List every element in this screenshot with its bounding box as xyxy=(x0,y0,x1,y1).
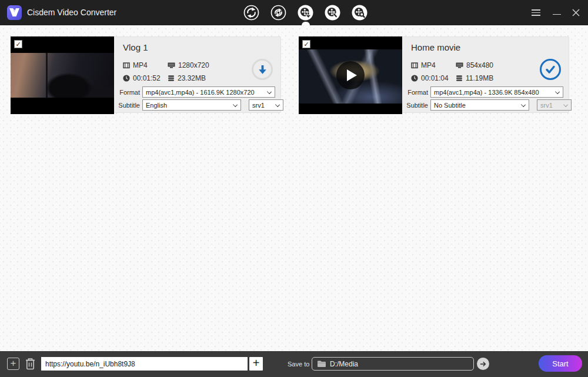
subtitle-select[interactable]: No Subtitle xyxy=(430,99,529,111)
clock-icon xyxy=(123,75,130,82)
app-window: Cisdem Video Converter xyxy=(0,0,588,377)
video-title: Home movie xyxy=(411,42,460,52)
bottombar: + + Save to D:/Media Start xyxy=(0,351,588,377)
task-list-area: ✓ Vlog 1 MP4 1280x720 00:01:52 xyxy=(0,25,588,351)
format-label: Format xyxy=(402,89,428,96)
menu-icon[interactable] xyxy=(530,7,542,18)
subtitle-label: Subtitle xyxy=(114,102,140,109)
minimize-icon[interactable] xyxy=(553,14,561,15)
monitor-icon xyxy=(168,62,175,69)
resolution-meta: 854x480 xyxy=(456,61,493,69)
video-meta: MP4 1280x720 00:01:52 23.32MB xyxy=(123,61,209,82)
download-arrow-icon xyxy=(258,65,267,75)
select-checkbox[interactable]: ✓ xyxy=(14,40,22,48)
save-path-value: D:/Media xyxy=(330,360,358,368)
resolution-meta: 1280x720 xyxy=(168,61,209,69)
storage-icon xyxy=(168,75,175,82)
done-status-icon xyxy=(540,59,561,80)
container-meta: MP4 xyxy=(123,61,168,69)
subtitle-row: Subtitle No Subtitle srv1 xyxy=(402,99,563,111)
select-checkbox[interactable]: ✓ xyxy=(302,40,310,48)
arrow-right-icon xyxy=(480,361,486,367)
video-info: Home movie MP4 854x480 00:01:04 xyxy=(402,37,569,112)
mode-toolbar xyxy=(243,5,368,21)
video-card-home-movie: ✓ Home movie MP4 854x480 00:01:04 xyxy=(299,36,569,113)
toolkit-icon[interactable] xyxy=(352,5,368,21)
url-input[interactable] xyxy=(41,357,248,371)
video-meta: MP4 854x480 00:01:04 11.19MB xyxy=(411,61,493,82)
chevron-down-icon xyxy=(563,102,568,107)
folder-icon xyxy=(317,360,326,368)
duration-meta: 00:01:52 xyxy=(123,74,168,82)
duration-meta: 00:01:04 xyxy=(411,74,456,82)
format-row: Format mp4(avc1,mp4a) - 1336.9K 854x480 xyxy=(402,86,563,98)
filesize-meta: 23.32MB xyxy=(168,74,209,82)
video-title: Vlog 1 xyxy=(123,42,148,52)
monitor-icon xyxy=(456,62,463,69)
check-icon xyxy=(545,65,556,74)
download-status-icon[interactable] xyxy=(252,59,273,80)
format-select[interactable]: mp4(avc1,mp4a) - 1616.9K 1280x720 xyxy=(142,86,275,98)
chevron-down-icon xyxy=(267,89,272,94)
chevron-down-icon xyxy=(233,102,238,107)
format-row: Format mp4(avc1,mp4a) - 1616.9K 1280x720 xyxy=(114,86,275,98)
rip-icon[interactable] xyxy=(270,5,286,21)
convert-icon[interactable] xyxy=(243,5,259,21)
filesize-meta: 11.19MB xyxy=(456,74,493,82)
storage-icon xyxy=(456,75,463,82)
chevron-down-icon xyxy=(555,89,560,94)
film-icon xyxy=(123,62,130,69)
subtitle-server-select[interactable]: srv1 xyxy=(249,99,283,111)
window-controls xyxy=(530,0,580,25)
download-icon[interactable] xyxy=(298,5,313,21)
container-meta: MP4 xyxy=(411,61,456,69)
chevron-down-icon xyxy=(521,102,526,107)
delete-button[interactable] xyxy=(24,357,36,373)
start-button[interactable]: Start xyxy=(539,355,582,372)
play-icon[interactable] xyxy=(336,61,365,89)
chevron-down-icon xyxy=(275,102,280,107)
add-url-button[interactable]: + xyxy=(249,357,263,371)
subtitle-server-select: srv1 xyxy=(537,99,572,111)
titlebar: Cisdem Video Converter xyxy=(0,0,588,25)
edit-icon[interactable] xyxy=(325,5,340,21)
subtitle-label: Subtitle xyxy=(402,102,428,109)
video-thumbnail[interactable]: ✓ xyxy=(11,36,114,114)
video-info: Vlog 1 MP4 1280x720 00:01:52 xyxy=(114,37,280,112)
clock-icon xyxy=(411,75,418,82)
app-title: Cisdem Video Converter xyxy=(27,8,116,17)
format-select[interactable]: mp4(avc1,mp4a) - 1336.9K 854x480 xyxy=(430,86,563,98)
format-label: Format xyxy=(114,89,140,96)
thumbnail-image xyxy=(11,53,114,98)
video-card-vlog1: ✓ Vlog 1 MP4 1280x720 00:01:52 xyxy=(11,36,281,113)
add-file-button[interactable]: + xyxy=(7,358,19,370)
film-icon xyxy=(411,62,418,69)
subtitle-select[interactable]: English xyxy=(142,99,241,111)
subtitle-row: Subtitle English srv1 xyxy=(114,99,275,111)
app-logo-icon xyxy=(7,5,22,20)
close-icon[interactable] xyxy=(572,9,580,16)
open-folder-button[interactable] xyxy=(477,358,489,370)
video-thumbnail[interactable]: ✓ xyxy=(299,36,402,114)
save-to-label: Save to xyxy=(288,361,309,368)
save-path-field[interactable]: D:/Media xyxy=(312,357,474,371)
trash-icon xyxy=(24,357,36,371)
